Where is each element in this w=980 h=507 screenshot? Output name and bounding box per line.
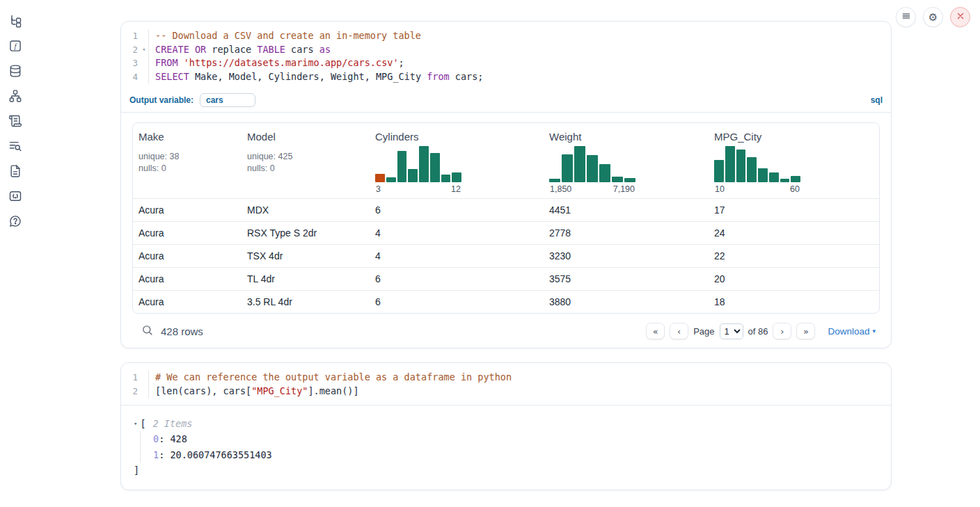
hist-min-label: 1,850 <box>550 184 571 194</box>
sidebar-item-logs[interactable] <box>7 140 24 154</box>
table-cell: 3230 <box>549 250 714 261</box>
code-line: 2▾CREATE OR replace TABLE cars as <box>121 43 891 57</box>
table-cell: 18 <box>714 296 879 307</box>
dataframe-table: Makeunique: 38nulls: 0Modelunique: 425nu… <box>132 122 880 314</box>
code-line: 4SELECT Make, Model, Cylinders, Weight, … <box>121 70 891 84</box>
notebook-actions: ⚙ <box>896 7 970 27</box>
table-cell: 22 <box>714 250 879 261</box>
table-cell: 4 <box>375 250 549 261</box>
tree-entry: 0: 428 <box>153 431 880 447</box>
code-text: CREATE OR replace TABLE cars as <box>148 43 891 57</box>
sidebar-item-outline[interactable] <box>7 115 24 129</box>
database-icon <box>8 64 22 80</box>
code-line: 1-- Download a CSV and create an in-memo… <box>121 29 891 43</box>
code-line: 2[len(cars), cars["MPG_City"].mean()] <box>121 385 891 399</box>
column-histogram: 1,8507,190 <box>549 146 635 194</box>
column-header-cylinders[interactable]: Cylinders312 <box>375 131 549 194</box>
collapse-chevron-icon[interactable]: ▾ <box>134 416 137 432</box>
table-cell: Acura <box>133 273 247 284</box>
table-cell: 4451 <box>549 204 714 216</box>
table-cell: RSX Type S 2dr <box>247 227 375 239</box>
column-stats: unique: 425nulls: 0 <box>247 151 375 174</box>
sidebar-panel-toggle: f <box>0 0 31 507</box>
table-cell: 4 <box>375 227 549 239</box>
svg-text:f: f <box>14 42 17 50</box>
snippets-icon <box>8 189 22 205</box>
sidebar-item-dependency-graph[interactable] <box>7 90 24 104</box>
table-cell: 2778 <box>549 227 714 239</box>
fold-gutter <box>140 385 148 399</box>
first-page-button[interactable]: « <box>646 323 665 339</box>
sidebar-item-help[interactable] <box>7 215 24 230</box>
table-row[interactable]: AcuraRSX Type S 2dr4277824 <box>133 221 879 244</box>
last-page-button[interactable]: » <box>796 323 815 339</box>
output-variable-bar: Output variable: sql <box>121 90 891 113</box>
sidebar-item-documentation[interactable] <box>7 165 24 179</box>
table-row[interactable]: AcuraMDX6445117 <box>133 198 879 221</box>
sidebar-item-snippets[interactable] <box>7 190 24 204</box>
code-text: SELECT Make, Model, Cylinders, Weight, M… <box>148 70 891 84</box>
next-page-button[interactable]: › <box>773 323 791 339</box>
column-header-make[interactable]: Makeunique: 38nulls: 0 <box>133 131 247 194</box>
search-icon <box>141 324 153 338</box>
column-header-model[interactable]: Modelunique: 425nulls: 0 <box>247 131 375 194</box>
column-header-weight[interactable]: Weight1,8507,190 <box>549 131 714 194</box>
column-name: MPG_City <box>714 131 879 143</box>
python-code-editor[interactable]: 1# We can reference the output variable … <box>121 363 891 404</box>
page-select[interactable]: 1 <box>720 323 743 339</box>
items-count-label: 2 Items <box>153 416 193 432</box>
settings-button[interactable]: ⚙ <box>923 7 943 27</box>
table-row[interactable]: AcuraTL 4dr6357520 <box>133 267 879 290</box>
output-variable-label: Output variable: <box>129 95 193 105</box>
hist-max-label: 7,190 <box>613 184 635 194</box>
download-button[interactable]: Download ▾ <box>828 326 876 337</box>
table-search-button[interactable] <box>136 324 153 338</box>
tree-entry-key: 1 <box>153 449 159 460</box>
page-total-label: of 86 <box>748 326 768 337</box>
sidebar-item-variables[interactable]: f <box>7 40 24 54</box>
hist-min-label: 10 <box>715 184 725 194</box>
column-header-mpg_city[interactable]: MPG_City1060 <box>714 131 879 194</box>
previous-page-button[interactable]: ‹ <box>670 323 688 339</box>
line-number: 2 <box>121 43 140 57</box>
sql-cell: 1-- Download a CSV and create an in-memo… <box>120 21 892 348</box>
tree-entry-value: 20.060747663551403 <box>170 449 271 460</box>
code-line: 3FROM 'https://datasets.marimo.app/cars.… <box>121 56 891 70</box>
table-row[interactable]: AcuraTSX 4dr4323022 <box>133 244 879 267</box>
hamburger-icon <box>901 11 911 23</box>
chevrons-right-icon: » <box>803 327 809 336</box>
chevron-left-icon: ‹ <box>677 327 681 336</box>
column-name: Cylinders <box>375 131 549 143</box>
column-histogram: 312 <box>375 146 461 194</box>
code-text: # We can reference the output variable a… <box>148 371 891 385</box>
fold-chevron-icon[interactable]: ▾ <box>140 43 148 57</box>
hist-max-label: 60 <box>790 184 800 194</box>
sidebar-item-file-explorer[interactable] <box>7 15 24 29</box>
fold-gutter <box>140 56 148 70</box>
table-cell: Acura <box>133 227 247 239</box>
line-number: 1 <box>121 29 140 43</box>
notebook-menu-button[interactable] <box>896 7 916 27</box>
output-variable-input[interactable] <box>200 93 255 107</box>
shutdown-button[interactable] <box>950 7 970 27</box>
sidebar-item-data-sources[interactable] <box>7 65 24 79</box>
sql-code-editor[interactable]: 1-- Download a CSV and create an in-memo… <box>121 22 891 90</box>
python-cell: 1# We can reference the output variable … <box>120 362 892 490</box>
code-text: FROM 'https://datasets.marimo.app/cars.c… <box>148 56 891 70</box>
chevron-right-icon: › <box>780 327 784 336</box>
column-name: Weight <box>549 131 714 143</box>
table-cell: Acura <box>133 204 247 216</box>
table-cell: 6 <box>375 204 549 216</box>
column-histogram: 1060 <box>714 146 800 194</box>
row-count-label: 428 rows <box>161 325 203 337</box>
list-search-icon <box>8 139 22 155</box>
line-number: 2 <box>121 385 140 399</box>
table-cell: Acura <box>133 250 247 261</box>
tree-entry-key: 0 <box>153 433 159 444</box>
table-cell: 3880 <box>549 296 714 307</box>
code-line: 1# We can reference the output variable … <box>121 371 891 385</box>
table-header-row: Makeunique: 38nulls: 0Modelunique: 425nu… <box>133 123 879 198</box>
table-cell: TL 4dr <box>247 273 375 284</box>
table-row[interactable]: Acura3.5 RL 4dr6388018 <box>133 290 879 313</box>
table-cell: 17 <box>714 204 879 216</box>
